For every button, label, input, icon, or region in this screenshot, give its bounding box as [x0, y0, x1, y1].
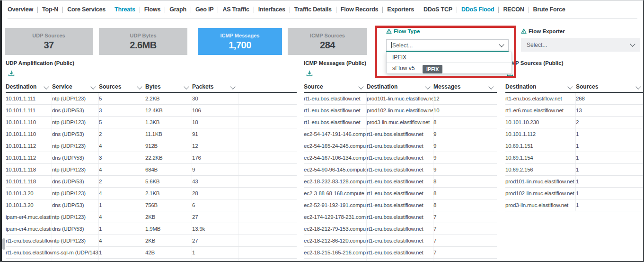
download-icon[interactable]	[8, 70, 15, 77]
table-cell: 1	[576, 188, 644, 199]
primary-nav: OverviewTop-NCore ServicesThreatsFlowsGr…	[8, 0, 418, 18]
table-cell: ntp (UDP/123)	[52, 188, 99, 199]
column-header-destination[interactable]: Destination	[367, 81, 433, 92]
column-header-sources[interactable]: Sources	[576, 81, 644, 92]
table-cell: 1	[99, 199, 145, 211]
table-cell: 106	[192, 105, 238, 116]
table-cell: 91	[192, 128, 238, 140]
table-row: ec2-3-88-68-168.compute-1.amrt1-eru.bos.…	[304, 188, 497, 199]
nav-item-as-traffic[interactable]: AS Traffic	[218, 6, 253, 13]
column-header-destination[interactable]: Destination	[6, 81, 52, 92]
flow-type-select[interactable]: Select...	[386, 39, 509, 52]
table-cell: ntp (UDP/123)	[52, 117, 99, 128]
metric-card-udp-sources[interactable]: UDP Sources37	[5, 28, 93, 55]
table-cell: 2	[99, 128, 145, 140]
nav-item-top-n[interactable]: Top-N	[38, 6, 62, 13]
table-cell: dns (UDP/53)	[52, 105, 99, 116]
column-header-messages[interactable]: Messages	[433, 81, 497, 92]
table-cell: rt1-eru.bos.elastiflow.net	[367, 140, 433, 152]
sort-chevron-icon	[44, 84, 49, 89]
nav-item-threats[interactable]: Threats	[110, 6, 140, 13]
nav-item-flows[interactable]: Flows	[140, 6, 165, 13]
metric-card-icmp-sources[interactable]: ICMP Sources284	[288, 28, 367, 55]
table-row: ec2-18-212-79-153.compute-1.art1-eru.bos…	[304, 223, 497, 235]
table-row: 10.101.1.111dns (UDP/53)312.4KB106	[6, 105, 297, 117]
column-header-label: Packets	[192, 83, 213, 90]
threat-view-recon[interactable]: RECON	[499, 6, 528, 13]
pane-resize-handle[interactable]	[2, 238, 5, 250]
column-header-spacer	[238, 81, 297, 92]
download-icon[interactable]	[306, 70, 313, 77]
table-cell: 10.69.2.156	[505, 164, 576, 175]
table-cell: 8	[433, 199, 497, 211]
flow-type-option-sflow-v5[interactable]: sFlow v5	[387, 63, 512, 73]
table-header-row: SourceDestinationMessages	[304, 81, 497, 93]
column-header-service[interactable]: Service	[52, 81, 99, 92]
threats-dashboard: OverviewTop-NCore ServicesThreatsFlowsGr…	[0, 0, 644, 262]
table-cell: 10.101.1.111	[6, 105, 52, 116]
flow-type-option-ipfix[interactable]: IPFIX	[387, 52, 512, 63]
section-title-icmp-messages: ICMP Messages (Public)	[304, 60, 366, 66]
table-row: rt1-eru.bos.elastiflow.net268	[505, 93, 644, 105]
metric-card-label: UDP Sources	[32, 33, 65, 38]
sort-chevron-icon	[184, 84, 189, 89]
table-cell: ec2-18-212-86-120.compute-1.a	[304, 235, 367, 246]
flow-exporter-select[interactable]: Select...	[521, 38, 640, 52]
table-row: 10.69.2.1561	[505, 164, 644, 176]
nav-item-traffic-details[interactable]: Traffic Details	[290, 6, 336, 13]
nav-item-core-services[interactable]: Core Services	[63, 6, 110, 13]
nav-item-graph[interactable]: Graph	[165, 6, 191, 13]
column-header-packets[interactable]: Packets	[192, 81, 238, 92]
table-cell: 8	[433, 188, 497, 199]
metric-card-label: ICMP Messages	[221, 33, 260, 38]
table-cell: 7	[433, 259, 497, 262]
table-cell: rt1-eru.bos.elastiflow.net	[367, 176, 433, 187]
flow-exporter-placeholder: Select...	[527, 42, 547, 48]
table-row: ec2-54-90-96-145.compute-1.arrt1-eru.bos…	[304, 164, 497, 176]
table-cell: rt1-eru.bos.elastiflow.net	[505, 93, 576, 104]
table-row: ec2-54-167-106-134.compute-1rt1-eru.bos.…	[304, 152, 497, 164]
table-cell: 1	[576, 199, 644, 211]
table-cell: 684B	[145, 164, 192, 175]
table-cell: ntp (UDP/123)	[52, 93, 99, 104]
table-cell: 9	[433, 128, 497, 140]
column-header-destination[interactable]: Destination	[505, 81, 576, 92]
threat-views-nav: DDoS TCPDDoS FloodRECONBrute Force	[423, 0, 570, 18]
table-cell: 11.1KB	[145, 128, 192, 140]
column-header-sources[interactable]: Sources	[99, 81, 145, 92]
metric-card-icmp-messages[interactable]: ICMP Messages1,700	[198, 28, 282, 55]
flow-type-placeholder: Select...	[392, 42, 413, 49]
column-header-source[interactable]: Source	[304, 81, 367, 92]
column-header-label: Sources	[576, 83, 598, 90]
table-cell: 2	[99, 176, 145, 187]
nav-item-geo-ip[interactable]: Geo IP	[191, 6, 218, 13]
nav-item-overview[interactable]: Overview	[8, 6, 37, 13]
table-cell: ec2-54-147-191-146.compute-1	[304, 128, 367, 140]
nav-item-flow-records[interactable]: Flow Records	[336, 6, 383, 13]
column-header-bytes[interactable]: Bytes	[145, 81, 192, 92]
table-cell: 7	[433, 247, 497, 258]
column-header-label: Sources	[99, 83, 121, 90]
table-row: 10.101.1.118ntp (UDP/123)4684B9	[6, 164, 297, 176]
table-cell-spacer	[238, 128, 297, 140]
table-cell: dns (UDP/53)	[52, 259, 99, 262]
table-cell: 4	[99, 235, 145, 246]
table-cell-spacer	[238, 152, 297, 163]
table-cell: 43	[192, 176, 238, 187]
table-row: 10.69.1.1511	[505, 140, 644, 152]
table-cell: 1.3KB	[145, 117, 192, 128]
threat-view-brute-force[interactable]: Brute Force	[529, 6, 570, 13]
table-cell-spacer	[238, 247, 297, 258]
table-cell: ntp (UDP/123)	[52, 164, 99, 175]
table-cell: rt1-eru.bos.elastiflow.net	[367, 188, 433, 199]
nav-item-interfaces[interactable]: Interfaces	[254, 6, 290, 13]
threat-view-ddos-flood[interactable]: DDoS Flood	[457, 6, 499, 13]
column-header-label: Source	[304, 83, 323, 90]
threat-view-ddos-tcp[interactable]: DDoS TCP	[423, 6, 457, 13]
chevron-down-icon	[500, 41, 503, 48]
nav-item-exporters[interactable]: Exporters	[383, 6, 418, 13]
column-header-label: Destination	[367, 83, 397, 90]
table-cell: 1	[576, 140, 644, 152]
metric-card-udp-bytes[interactable]: UDP Bytes2.6MB	[99, 28, 187, 55]
top-navigation: OverviewTop-NCore ServicesThreatsFlowsGr…	[8, 0, 637, 19]
